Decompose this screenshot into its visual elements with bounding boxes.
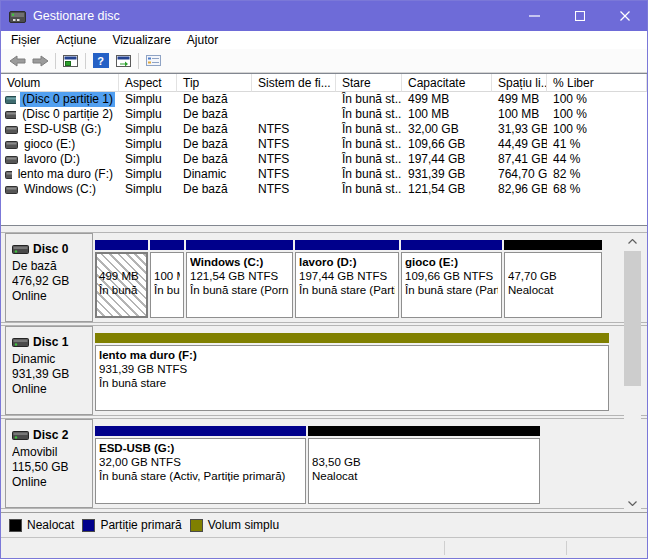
- cell-capacitate: 931,39 GB: [402, 167, 492, 182]
- cell-liber: 82 %: [547, 167, 647, 182]
- column-header-liber[interactable]: % Liber: [547, 74, 647, 92]
- volume-label: (Disc 0 partiție 1): [20, 92, 115, 107]
- cell-spatiu: 82,96 GB: [492, 182, 547, 197]
- cell-stare: În bună st...: [336, 182, 402, 197]
- disc-name: Disc 0: [33, 242, 68, 256]
- disc-size: 115,50 GB: [12, 460, 87, 475]
- forward-icon[interactable]: [29, 50, 52, 71]
- partition-lavoro-d[interactable]: lavoro (D:) 197,44 GB NTFS În bună stare…: [295, 240, 399, 322]
- legend-label: Nealocat: [27, 518, 74, 532]
- cell-liber: 100 %: [547, 92, 647, 107]
- help-glyph: ?: [93, 53, 109, 68]
- disc0-label-panel[interactable]: Disc 0 De bază 476,92 GB Online: [5, 233, 93, 322]
- window-title: Gestionare disc: [33, 9, 512, 23]
- cell-spatiu: 499 MB: [492, 92, 547, 107]
- cell-tip: De bază: [177, 152, 252, 167]
- maximize-button[interactable]: [557, 1, 602, 31]
- volume-icon: [5, 126, 18, 134]
- disc-status: Online: [12, 475, 87, 490]
- cell-fs: NTFS: [252, 182, 336, 197]
- close-button[interactable]: [602, 1, 647, 31]
- disc2-label-panel[interactable]: Disc 2 Amovibil 115,50 GB Online: [5, 419, 93, 508]
- cell-liber: 100 %: [547, 107, 647, 122]
- menu-action[interactable]: Acțiune: [48, 31, 104, 49]
- column-header-capacitate[interactable]: Capacitate: [402, 74, 492, 92]
- partition-disc0-system[interactable]: 499 MB În bună: [95, 240, 148, 322]
- volume-row[interactable]: ESD-USB (G:) Simplu De bază NTFS În bună…: [1, 122, 647, 137]
- partition-disc0-reserved[interactable]: 100 MB În bună s: [150, 240, 184, 322]
- scroll-up-icon[interactable]: [624, 234, 641, 249]
- partition-esd-usb-g[interactable]: ESD-USB (G:) 32,00 GB NTFS În bună stare…: [95, 426, 306, 508]
- volume-label: gioco (E:): [22, 137, 77, 152]
- cell-fs: NTFS: [252, 137, 336, 152]
- volume-row[interactable]: lento ma duro (F:) Simplu Dinamic NTFS Î…: [1, 167, 647, 182]
- volume-row[interactable]: Windows (C:) Simplu De bază NTFS În bună…: [1, 182, 647, 197]
- cell-stare: În bună st...: [336, 137, 402, 152]
- volume-icon: [5, 156, 18, 164]
- properties-icon[interactable]: [142, 50, 165, 71]
- column-header-spatiu[interactable]: Spațiu li...: [492, 74, 547, 92]
- scrollbar-thumb[interactable]: [624, 251, 641, 386]
- volume-row[interactable]: (Disc 0 partiție 2) Simplu De bază În bu…: [1, 107, 647, 122]
- disc-status: Online: [12, 382, 87, 397]
- disc-status: Online: [12, 289, 87, 304]
- toolbar-separator: [85, 53, 86, 69]
- cell-capacitate: 499 MB: [402, 92, 492, 107]
- cell-tip: De bază: [177, 122, 252, 137]
- cell-aspect: Simplu: [119, 137, 177, 152]
- cell-fs: NTFS: [252, 152, 336, 167]
- cell-spatiu: 44,49 GB: [492, 137, 547, 152]
- volume-row[interactable]: gioco (E:) Simplu De bază NTFS În bună s…: [1, 137, 647, 152]
- console-window-icon[interactable]: [59, 50, 82, 71]
- cell-capacitate: 32,00 GB: [402, 122, 492, 137]
- back-icon[interactable]: [6, 50, 29, 71]
- partition-type-bar: [150, 240, 184, 250]
- volume-label: (Disc 0 partiție 2): [20, 107, 115, 122]
- partition-lento-f[interactable]: lento ma duro (F:) 931,39 GB NTFS În bun…: [95, 333, 609, 415]
- vertical-scrollbar[interactable]: [624, 234, 641, 511]
- disk-view-icon[interactable]: [112, 50, 135, 71]
- help-icon[interactable]: ?: [89, 50, 112, 71]
- unallocated-disc2[interactable]: 83,50 GB Nealocat: [308, 426, 540, 508]
- column-header-filesystem[interactable]: Sistem de fi...: [252, 74, 336, 92]
- menu-help[interactable]: Ajutor: [179, 31, 226, 49]
- disk-icon: [12, 245, 29, 254]
- statusbar-separator: [444, 541, 445, 555]
- minimize-button[interactable]: [512, 1, 557, 31]
- cell-stare: În bună st...: [336, 107, 402, 122]
- cell-stare: În bună st...: [336, 92, 402, 107]
- cell-capacitate: 100 MB: [402, 107, 492, 122]
- legend-label: Partiție primară: [100, 518, 181, 532]
- disc-name: Disc 2: [33, 428, 68, 442]
- cell-stare: În bună st...: [336, 167, 402, 182]
- volume-row[interactable]: (Disc 0 partiție 1) Simplu De bază În bu…: [1, 92, 647, 107]
- disc-size: 476,92 GB: [12, 274, 87, 289]
- column-header-stare[interactable]: Stare: [336, 74, 402, 92]
- scroll-down-icon[interactable]: [624, 496, 641, 511]
- cell-liber: 100 %: [547, 122, 647, 137]
- disc-name: Disc 1: [33, 335, 68, 349]
- volume-label: Windows (C:): [22, 182, 98, 197]
- volume-row[interactable]: lavoro (D:) Simplu De bază NTFS În bună …: [1, 152, 647, 167]
- disk-icon: [12, 338, 29, 347]
- column-header-aspect[interactable]: Aspect: [119, 74, 177, 92]
- disc-type: Dinamic: [12, 352, 87, 367]
- column-header-tip[interactable]: Tip: [177, 74, 252, 92]
- partition-windows-c[interactable]: Windows (C:) 121,54 GB NTFS În bună star…: [186, 240, 293, 322]
- volume-list: Volum Aspect Tip Sistem de fi... Stare C…: [1, 73, 647, 226]
- partition-gioco-e[interactable]: gioco (E:) 109,66 GB NTFS În bună stare …: [401, 240, 502, 322]
- cell-aspect: Simplu: [119, 122, 177, 137]
- unallocated-disc0[interactable]: 47,70 GB Nealocat: [504, 240, 602, 322]
- titlebar: Gestionare disc: [1, 1, 647, 31]
- cell-fs: NTFS: [252, 122, 336, 137]
- cell-spatiu: 100 MB: [492, 107, 547, 122]
- column-header-volum[interactable]: Volum: [1, 74, 119, 92]
- cell-capacitate: 121,54 GB: [402, 182, 492, 197]
- cell-liber: 44 %: [547, 152, 647, 167]
- partition-type-bar: [186, 240, 293, 250]
- disc1-label-panel[interactable]: Disc 1 Dinamic 931,39 GB Online: [5, 326, 93, 415]
- menu-file[interactable]: Fișier: [3, 31, 48, 49]
- cell-spatiu: 31,93 GB: [492, 122, 547, 137]
- legend-swatch-primary: [82, 519, 95, 532]
- menu-view[interactable]: Vizualizare: [104, 31, 178, 49]
